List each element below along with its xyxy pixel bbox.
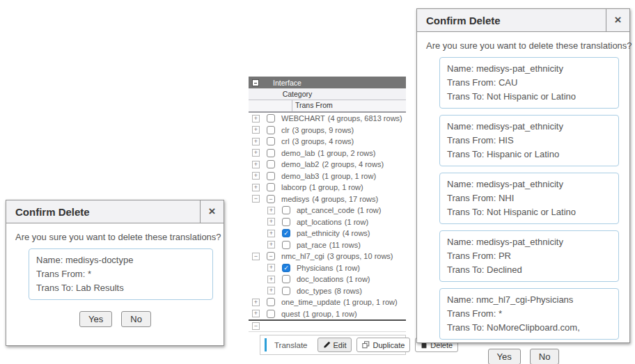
entry-trans-from: Trans From: * (36, 267, 205, 281)
footer-collapse-icon[interactable] (252, 322, 260, 330)
collapse-all-icon[interactable] (252, 79, 259, 86)
expander-icon[interactable] (267, 287, 275, 294)
row-checkbox[interactable] (267, 252, 275, 260)
tree-row[interactable]: demo_lab3 (1 group, 1 row) (249, 171, 406, 182)
tree-row[interactable]: pat_ethnicity (4 rows) (249, 228, 406, 239)
expander-icon[interactable] (252, 161, 260, 168)
expander-icon[interactable] (252, 172, 260, 180)
tree-row[interactable]: demo_lab (1 group, 2 rows) (249, 148, 406, 159)
tree-row-label: demo_lab3 (281, 172, 319, 180)
tree-row[interactable]: quest (1 group, 1 row) (249, 308, 406, 320)
expander-icon[interactable] (252, 310, 260, 317)
tree-row-label: labcorp (281, 183, 306, 191)
tree-row[interactable]: WEBCHART (4 groups, 6813 rows) (249, 113, 406, 125)
tree-row-meta: (4 groups, 17 rows) (312, 195, 378, 203)
tree-row-meta: (1 row) (346, 275, 370, 283)
row-checkbox[interactable] (267, 310, 275, 318)
tree-row[interactable]: doc_locations (1 row) (249, 274, 406, 285)
tree-row[interactable]: labcorp (1 group, 1 row) (249, 182, 406, 193)
row-checkbox[interactable] (282, 206, 290, 214)
tree-row-label: doc_locations (297, 275, 343, 283)
row-checkbox[interactable] (267, 298, 275, 306)
interface-tree: WEBCHART (4 groups, 6813 rows) clr (3 gr… (249, 113, 406, 319)
entry-trans-to: Trans To: NoMoreClipboard.com, (447, 321, 611, 335)
translation-entry: Name: medisys-pat_ethnicity Trans From: … (439, 115, 619, 166)
tree-row[interactable]: Physicians (1 row) (249, 262, 406, 274)
row-checkbox[interactable] (267, 137, 275, 145)
interface-tree-panel: Interface Category Trans From WEBCHART (… (249, 77, 406, 355)
expander-icon[interactable] (252, 115, 260, 122)
tree-row[interactable]: pat_race (11 rows) (249, 239, 406, 251)
expander-icon[interactable] (252, 149, 260, 157)
row-checkbox[interactable] (267, 183, 275, 191)
entry-name: Name: medisys-pat_ethnicity (447, 120, 611, 134)
tree-row[interactable]: one_time_update (1 group, 1 row) (249, 296, 406, 308)
tree-row-meta: (1 group, 1 row) (343, 298, 398, 306)
tree-row-meta: (4 rows) (343, 229, 370, 237)
row-checkbox[interactable] (282, 287, 290, 295)
expander-icon[interactable] (267, 218, 275, 225)
duplicate-button[interactable]: Duplicate (356, 338, 410, 352)
tree-row[interactable]: apt_cancel_code (1 row) (249, 205, 406, 216)
entry-trans-to: Trans To: Not Hispanic or Latino (447, 205, 611, 219)
row-checkbox[interactable] (267, 160, 275, 168)
row-checkbox[interactable] (267, 172, 275, 180)
trans-from-header-row: Trans From (249, 100, 406, 113)
tree-row-label: nmc_hl7_cgi (281, 252, 324, 260)
entry-trans-from: Trans From: CAU (447, 76, 611, 90)
no-button[interactable]: No (121, 311, 151, 327)
tree-row-meta: (3 groups, 9 rows) (292, 126, 354, 134)
tree-row[interactable]: crl (3 groups, 4 rows) (249, 136, 406, 148)
dialog-title: Confirm Delete (6, 200, 200, 223)
edit-button-label: Edit (334, 341, 347, 349)
row-checkbox[interactable] (267, 195, 275, 203)
tree-row[interactable]: clr (3 groups, 9 rows) (249, 125, 406, 136)
tree-row[interactable]: doc_types (8 rows) (249, 285, 406, 297)
expander-icon[interactable] (267, 230, 275, 237)
row-checkbox[interactable] (282, 275, 290, 283)
tree-row-meta: (4 groups, 6813 rows) (328, 114, 402, 122)
row-checkbox[interactable] (282, 264, 290, 272)
tree-row[interactable]: apt_locations (1 row) (249, 216, 406, 228)
tree-row-label: demo_lab (281, 149, 315, 157)
edit-button[interactable]: Edit (318, 338, 352, 352)
no-button[interactable]: No (530, 349, 560, 364)
translation-entry-list: Name: medisys-pat_ethnicity Trans From: … (426, 57, 621, 340)
expander-icon[interactable] (252, 299, 260, 306)
tree-row-meta: (3 groups, 4 rows) (292, 137, 354, 145)
tree-row[interactable]: demo_lab2 (2 groups, 4 rows) (249, 159, 406, 171)
expander-icon[interactable] (252, 126, 260, 134)
close-icon[interactable]: × (200, 200, 224, 223)
tree-row[interactable]: medisys (4 groups, 17 rows) (249, 193, 406, 205)
active-tab-accent (265, 338, 267, 351)
entry-name: Name: medisys-pat_ethnicity (447, 177, 611, 191)
expander-icon[interactable] (252, 184, 260, 191)
tree-row-meta: (1 row) (357, 206, 381, 214)
expander-icon[interactable] (267, 241, 275, 248)
row-checkbox[interactable] (282, 229, 290, 237)
expander-icon[interactable] (267, 207, 275, 214)
expander-icon[interactable] (252, 253, 260, 260)
entry-trans-to: Trans To: Not Hispanic or Latino (447, 90, 611, 104)
yes-button[interactable]: Yes (79, 311, 112, 327)
entry-name: Name: medisys-doctype (36, 253, 205, 267)
row-checkbox[interactable] (282, 241, 290, 249)
expander-icon[interactable] (252, 138, 260, 145)
tree-row-meta: (2 groups, 4 rows) (322, 160, 384, 168)
close-icon[interactable]: × (606, 9, 629, 31)
row-checkbox[interactable] (267, 114, 275, 122)
tab-translate[interactable]: Translate (274, 341, 308, 349)
yes-button[interactable]: Yes (488, 349, 521, 364)
translate-toolbar: Translate Edit Duplicate Delete (260, 335, 406, 355)
tree-row-label: apt_cancel_code (297, 206, 354, 214)
translation-entry: Name: medisys-pat_ethnicity Trans From: … (439, 173, 619, 224)
expander-icon[interactable] (252, 195, 260, 203)
row-checkbox[interactable] (267, 149, 275, 157)
row-checkbox[interactable] (267, 126, 275, 134)
row-checkbox[interactable] (282, 218, 290, 226)
dialog-buttons: Yes No (426, 349, 621, 364)
expander-icon[interactable] (267, 276, 275, 283)
tree-row[interactable]: nmc_hl7_cgi (3 groups, 10 rows) (249, 251, 406, 262)
tree-row-label: demo_lab2 (281, 160, 319, 168)
expander-icon[interactable] (267, 264, 275, 271)
